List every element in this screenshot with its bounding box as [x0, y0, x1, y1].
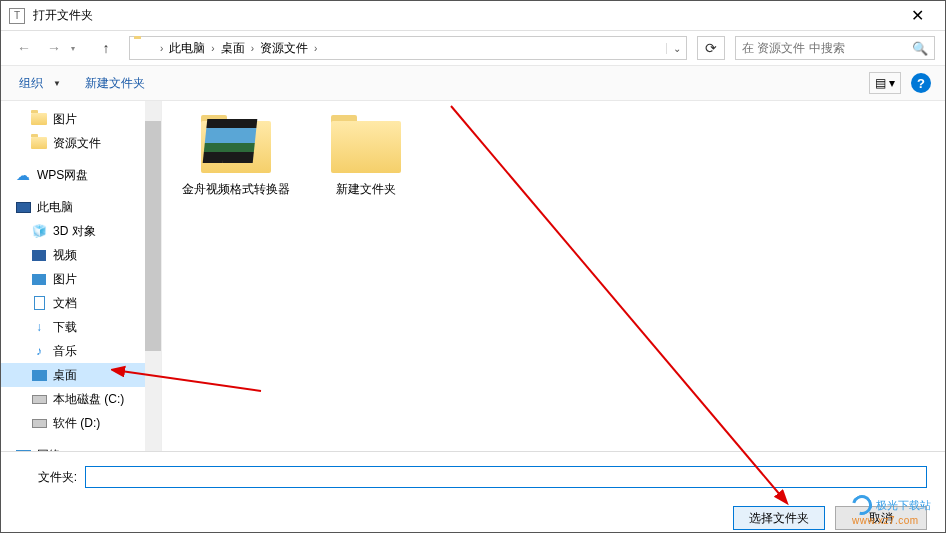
sidebar-item[interactable]: 桌面 [1, 363, 161, 387]
sidebar-item[interactable]: ♪音乐 [1, 339, 161, 363]
breadcrumb-part[interactable]: 资源文件 [258, 40, 310, 57]
chevron-down-icon[interactable]: ▼ [53, 79, 61, 88]
sidebar-item[interactable]: 网络 [1, 443, 161, 451]
cube-icon: 🧊 [31, 223, 47, 239]
folder-item[interactable]: 金舟视频格式转换器 [181, 115, 291, 198]
watermark-url: www.xz7.com [852, 515, 931, 526]
sidebar-item[interactable]: 视频 [1, 243, 161, 267]
sidebar-item-label: 音乐 [53, 343, 77, 360]
sidebar-item-label: 本地磁盘 (C:) [53, 391, 124, 408]
back-button[interactable]: ← [11, 36, 37, 60]
sidebar-item[interactable]: 图片 [1, 267, 161, 291]
folder-icon [327, 115, 405, 177]
organize-menu[interactable]: 组织 [15, 73, 47, 94]
sidebar-item-label: 资源文件 [53, 135, 101, 152]
doc-icon [31, 295, 47, 311]
search-box[interactable]: 🔍 [735, 36, 935, 60]
sidebar-item[interactable]: ↓下载 [1, 315, 161, 339]
window-title: 打开文件夹 [33, 7, 897, 24]
sidebar-item-label: 网络 [37, 447, 61, 452]
sidebar-item-label: WPS网盘 [37, 167, 88, 184]
chevron-right-icon: › [247, 43, 258, 54]
sidebar-item[interactable]: 🧊3D 对象 [1, 219, 161, 243]
folder-icon [134, 39, 152, 57]
folder-input[interactable] [85, 466, 927, 488]
refresh-button[interactable]: ⟳ [697, 36, 725, 60]
sidebar-item[interactable]: 此电脑 [1, 195, 161, 219]
sidebar: 图片资源文件☁WPS网盘此电脑🧊3D 对象视频图片文档↓下载♪音乐桌面本地磁盘 … [1, 101, 161, 451]
content-pane[interactable]: 金舟视频格式转换器新建文件夹 [161, 101, 945, 451]
up-button[interactable]: ↑ [93, 36, 119, 60]
divider [161, 101, 162, 451]
address-dropdown[interactable]: ⌄ [666, 43, 686, 54]
dialog-bottom: 文件夹: 选择文件夹 取消 [1, 451, 945, 533]
sidebar-item-label: 此电脑 [37, 199, 73, 216]
sidebar-item[interactable]: 软件 (D:) [1, 411, 161, 435]
folder-icon [197, 115, 275, 177]
forward-button[interactable]: → [41, 36, 67, 60]
breadcrumb-part[interactable]: 桌面 [219, 40, 247, 57]
drive-icon [31, 415, 47, 431]
main-area: 图片资源文件☁WPS网盘此电脑🧊3D 对象视频图片文档↓下载♪音乐桌面本地磁盘 … [1, 101, 945, 451]
sidebar-item-label: 软件 (D:) [53, 415, 100, 432]
navbar: ← → ▾ ↑ › 此电脑 › 桌面 › 资源文件 › ⌄ ⟳ 🔍 [1, 31, 945, 65]
sidebar-item-label: 图片 [53, 111, 77, 128]
chevron-right-icon: › [207, 43, 218, 54]
app-icon: T [9, 8, 25, 24]
scrollbar-track[interactable] [145, 101, 161, 451]
folder-icon [31, 135, 47, 151]
folder-label: 新建文件夹 [336, 181, 396, 198]
address-bar[interactable]: › 此电脑 › 桌面 › 资源文件 › ⌄ [129, 36, 687, 60]
sidebar-item[interactable]: ☁WPS网盘 [1, 163, 161, 187]
new-folder-button[interactable]: 新建文件夹 [81, 73, 149, 94]
sidebar-item-label: 下载 [53, 319, 77, 336]
desktop-icon [31, 367, 47, 383]
titlebar: T 打开文件夹 ✕ [1, 1, 945, 31]
sidebar-item-label: 视频 [53, 247, 77, 264]
close-button[interactable]: ✕ [897, 6, 937, 25]
history-dropdown[interactable]: ▾ [71, 44, 83, 53]
chevron-right-icon: › [156, 43, 167, 54]
cloud-icon: ☁ [15, 167, 31, 183]
watermark-name: 极光下载站 [876, 498, 931, 513]
sidebar-item[interactable]: 文档 [1, 291, 161, 315]
folder-item[interactable]: 新建文件夹 [311, 115, 421, 198]
pc-icon [15, 199, 31, 215]
sidebar-item-label: 图片 [53, 271, 77, 288]
toolbar: 组织 ▼ 新建文件夹 ▤ ▾ ? [1, 65, 945, 101]
download-icon: ↓ [31, 319, 47, 335]
breadcrumb-part[interactable]: 此电脑 [167, 40, 207, 57]
video-icon [31, 247, 47, 263]
view-options-button[interactable]: ▤ ▾ [869, 72, 901, 94]
sidebar-item[interactable]: 资源文件 [1, 131, 161, 155]
watermark: 极光下载站 www.xz7.com [852, 495, 931, 526]
chevron-right-icon: › [310, 43, 321, 54]
sidebar-item[interactable]: 本地磁盘 (C:) [1, 387, 161, 411]
search-input[interactable] [742, 41, 912, 55]
network-icon [15, 447, 31, 451]
scrollbar-thumb[interactable] [145, 121, 161, 351]
sidebar-item-label: 3D 对象 [53, 223, 96, 240]
sidebar-item-label: 文档 [53, 295, 77, 312]
folder-icon [31, 111, 47, 127]
search-icon[interactable]: 🔍 [912, 41, 928, 56]
picture-icon [31, 271, 47, 287]
select-folder-button[interactable]: 选择文件夹 [733, 506, 825, 530]
music-icon: ♪ [31, 343, 47, 359]
folder-label: 金舟视频格式转换器 [182, 181, 290, 198]
folder-field-label: 文件夹: [19, 469, 77, 486]
sidebar-item-label: 桌面 [53, 367, 77, 384]
sidebar-item[interactable]: 图片 [1, 107, 161, 131]
drive-icon [31, 391, 47, 407]
help-button[interactable]: ? [911, 73, 931, 93]
